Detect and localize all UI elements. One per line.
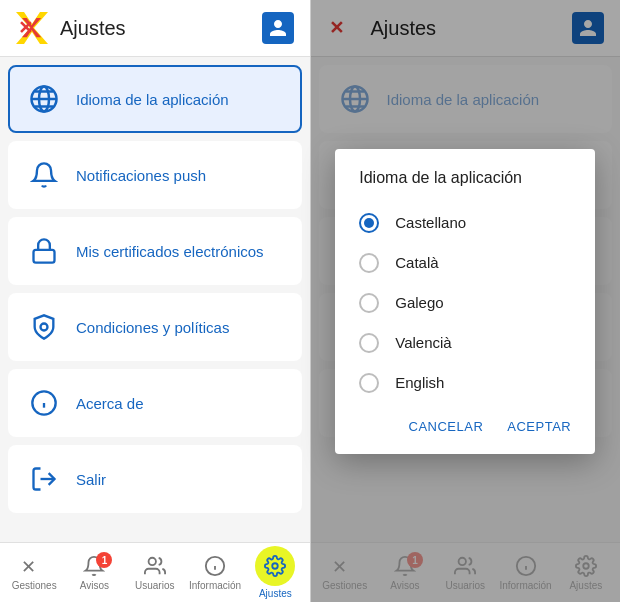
nav-gestiones-label: Gestiones: [12, 580, 57, 591]
lock-icon: [26, 233, 62, 269]
radio-galego-label: Galego: [395, 294, 443, 311]
nav-usuarios-label: Usuarios: [135, 580, 174, 591]
svg-point-19: [273, 563, 279, 569]
user-avatar[interactable]: [262, 12, 294, 44]
menu-item-acerca-label: Acerca de: [76, 395, 144, 412]
language-dialog: Idioma de la aplicación Castellano Catal…: [335, 149, 595, 454]
nav-avisos-label: Avisos: [80, 580, 109, 591]
menu-item-notificaciones[interactable]: Notificaciones push: [8, 141, 302, 209]
radio-catala-label: Català: [395, 254, 438, 271]
menu-item-condiciones[interactable]: Condiciones y políticas: [8, 293, 302, 361]
radio-castellano-circle: [359, 213, 379, 233]
menu-item-certificados[interactable]: Mis certificados electrónicos: [8, 217, 302, 285]
globe-icon: [26, 81, 62, 117]
bell-icon: [26, 157, 62, 193]
informacion-icon: [203, 554, 227, 578]
menu-item-idioma-label: Idioma de la aplicación: [76, 91, 229, 108]
app-logo: ✕: [16, 12, 48, 44]
nav-usuarios[interactable]: Usuarios: [125, 550, 185, 595]
radio-castellano-label: Castellano: [395, 214, 466, 231]
usuarios-icon: [143, 554, 167, 578]
shield-icon: [26, 309, 62, 345]
menu-item-certificados-label: Mis certificados electrónicos: [76, 243, 264, 260]
radio-galego-circle: [359, 293, 379, 313]
left-header-title: Ajustes: [60, 17, 262, 40]
radio-english-circle: [359, 373, 379, 393]
right-panel: ✕ Ajustes Idioma de la aplicación: [311, 0, 621, 602]
nav-ajustes-label: Ajustes: [259, 588, 292, 599]
radio-option-english[interactable]: English: [335, 363, 595, 403]
avisos-badge: 1: [96, 552, 112, 568]
menu-item-idioma[interactable]: Idioma de la aplicación: [8, 65, 302, 133]
info-icon: [26, 385, 62, 421]
accept-button[interactable]: ACEPTAR: [499, 411, 579, 442]
left-menu-list: Idioma de la aplicación Notificaciones p…: [0, 57, 310, 542]
dialog-options: Castellano Català Galego Valencià: [335, 203, 595, 403]
svg-point-15: [148, 558, 155, 565]
svg-text:✕: ✕: [23, 556, 36, 577]
radio-valenciano-label: Valencià: [395, 334, 451, 351]
nav-gestiones[interactable]: ✕ Gestiones: [4, 550, 64, 595]
radio-catala-circle: [359, 253, 379, 273]
radio-valenciano-circle: [359, 333, 379, 353]
svg-text:✕: ✕: [18, 18, 33, 38]
ajustes-circle: [255, 546, 295, 586]
menu-item-condiciones-label: Condiciones y políticas: [76, 319, 229, 336]
menu-item-acerca[interactable]: Acerca de: [8, 369, 302, 437]
menu-item-salir-label: Salir: [76, 471, 106, 488]
left-header: ✕ Ajustes: [0, 0, 310, 57]
radio-option-valenciano[interactable]: Valencià: [335, 323, 595, 363]
nav-informacion-label: Información: [189, 580, 241, 591]
radio-option-castellano[interactable]: Castellano: [335, 203, 595, 243]
dialog-actions: CANCELAR ACEPTAR: [335, 403, 595, 446]
gestiones-icon: ✕: [22, 554, 46, 578]
radio-option-galego[interactable]: Galego: [335, 283, 595, 323]
radio-option-catala[interactable]: Català: [335, 243, 595, 283]
cancel-button[interactable]: CANCELAR: [401, 411, 492, 442]
radio-english-label: English: [395, 374, 444, 391]
nav-informacion[interactable]: Información: [185, 550, 245, 595]
left-bottom-nav: ✕ Gestiones 1 Avisos: [0, 542, 310, 602]
dialog-overlay: Idioma de la aplicación Castellano Catal…: [311, 0, 621, 602]
exit-icon: [26, 461, 62, 497]
svg-rect-8: [34, 250, 55, 263]
menu-item-salir[interactable]: Salir: [8, 445, 302, 513]
dialog-title: Idioma de la aplicación: [335, 169, 595, 203]
nav-avisos[interactable]: 1 Avisos: [64, 550, 124, 595]
left-panel: ✕ Ajustes Idioma de la aplicación: [0, 0, 310, 602]
svg-point-9: [41, 324, 48, 331]
menu-item-notificaciones-label: Notificaciones push: [76, 167, 206, 184]
nav-ajustes[interactable]: Ajustes: [245, 542, 305, 602]
